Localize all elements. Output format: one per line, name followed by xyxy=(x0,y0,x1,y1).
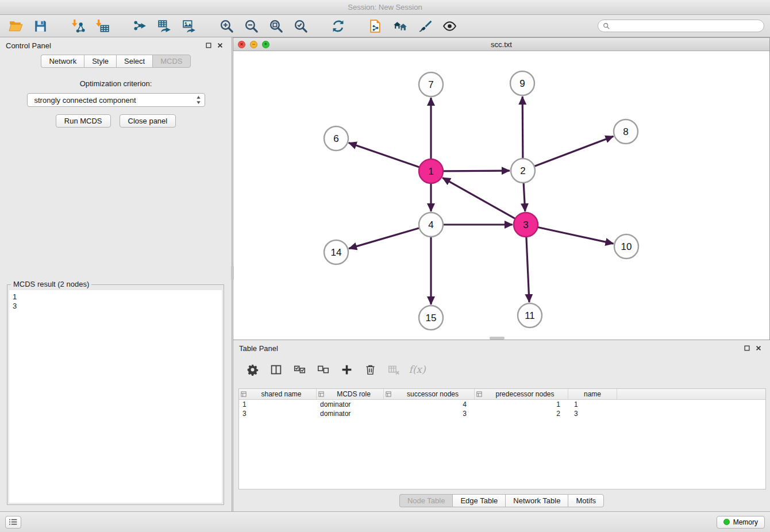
mcds-result-list[interactable]: 1 3 xyxy=(9,290,222,503)
checked-boxes-icon xyxy=(294,364,306,376)
delete-table-button[interactable] xyxy=(386,362,401,377)
column-header-mcds-role[interactable]: MCDS role xyxy=(317,389,384,399)
cell-shared-name[interactable]: 1 xyxy=(239,400,317,408)
export-image-icon xyxy=(182,19,197,33)
tab-style[interactable]: Style xyxy=(84,55,116,68)
graph-node-2[interactable]: 2 xyxy=(511,159,535,183)
float-table-panel-button[interactable] xyxy=(741,343,753,353)
graph-edge-3-1[interactable] xyxy=(442,178,516,219)
graph-node-8[interactable]: 8 xyxy=(614,119,638,144)
column-header-predecessor-nodes[interactable]: predecessor nodes xyxy=(475,389,568,399)
graph-node-1[interactable]: 1 xyxy=(419,159,443,183)
eye-icon xyxy=(442,19,457,33)
tab-network[interactable]: Network xyxy=(41,55,84,68)
graph-node-9[interactable]: 9 xyxy=(510,71,534,95)
cell-mcds-role[interactable]: dominator xyxy=(317,410,384,418)
cell-successor-nodes[interactable]: 4 xyxy=(384,400,475,408)
zoom-in-button[interactable] xyxy=(217,17,236,34)
graph-edge-2-8[interactable] xyxy=(533,136,614,167)
graph-node-15[interactable]: 15 xyxy=(419,306,443,330)
import-network-icon xyxy=(71,19,85,33)
vertical-splitter-handle[interactable] xyxy=(231,265,234,280)
tab-motifs[interactable]: Motifs xyxy=(568,494,604,507)
show-columns-button[interactable] xyxy=(268,362,283,377)
save-session-button[interactable] xyxy=(30,17,50,34)
select-arrows-icon xyxy=(196,95,201,105)
add-row-button[interactable] xyxy=(339,362,354,377)
cell-name[interactable]: 3 xyxy=(568,410,617,418)
select-all-columns-button[interactable] xyxy=(292,362,307,377)
column-type-icon xyxy=(386,391,391,397)
deselect-all-columns-button[interactable] xyxy=(315,362,330,377)
tab-mcds[interactable]: MCDS xyxy=(152,55,190,68)
export-image-button[interactable] xyxy=(179,17,199,34)
cell-mcds-role[interactable]: dominator xyxy=(317,400,384,408)
apply-style-button[interactable] xyxy=(415,17,434,34)
import-network-button[interactable] xyxy=(68,17,87,34)
close-mcds-panel-button[interactable]: Close panel xyxy=(120,114,176,128)
maximize-window-button[interactable]: + xyxy=(262,41,270,48)
zoom-selected-button[interactable] xyxy=(291,17,310,34)
table-settings-button[interactable] xyxy=(245,362,260,377)
tab-node-table[interactable]: Node Table xyxy=(399,494,453,507)
optimization-criterion-select[interactable]: strongly connected component xyxy=(27,93,205,107)
zoom-fit-button[interactable] xyxy=(266,17,286,34)
graph-edge-3-11[interactable] xyxy=(526,236,529,302)
network-window-titlebar: scc.txt × − + xyxy=(233,38,769,51)
horizontal-splitter-handle[interactable] xyxy=(490,337,505,340)
open-session-button[interactable] xyxy=(6,17,25,34)
task-history-button[interactable] xyxy=(5,516,21,529)
close-panel-button[interactable] xyxy=(214,40,226,51)
table-row[interactable]: 3 dominator 3 2 3 xyxy=(239,409,765,418)
minimize-window-button[interactable]: − xyxy=(250,41,257,48)
first-neighbors-button[interactable] xyxy=(390,17,410,34)
cell-predecessor-nodes[interactable]: 1 xyxy=(475,400,568,408)
node-table: shared name MCDS role successor nodes pr… xyxy=(238,388,766,489)
close-table-panel-button[interactable] xyxy=(753,343,764,353)
run-mcds-button[interactable]: Run MCDS xyxy=(56,114,111,128)
graph-node-4[interactable]: 4 xyxy=(419,213,443,237)
close-window-button[interactable]: × xyxy=(238,41,245,48)
cell-successor-nodes[interactable]: 3 xyxy=(384,410,475,418)
fx-label: f(x) xyxy=(409,364,425,375)
refresh-view-button[interactable] xyxy=(328,17,348,34)
graph-edge-1-2[interactable] xyxy=(442,171,510,171)
search-input[interactable] xyxy=(613,22,759,30)
cell-shared-name[interactable]: 3 xyxy=(239,410,317,418)
graph-edge-4-14[interactable] xyxy=(349,228,421,248)
import-table-button[interactable] xyxy=(93,17,112,34)
export-network-button[interactable] xyxy=(130,17,149,34)
network-snapshot-button[interactable] xyxy=(365,17,385,34)
graph-node-6[interactable]: 6 xyxy=(324,126,348,151)
delete-row-button[interactable] xyxy=(363,362,378,377)
zoom-out-button[interactable] xyxy=(241,17,261,34)
column-type-icon xyxy=(476,391,482,397)
graph-edge-2-3[interactable] xyxy=(523,182,525,211)
tab-network-table[interactable]: Network Table xyxy=(505,494,568,507)
search-icon xyxy=(603,22,610,29)
table-row[interactable]: 1 dominator 4 1 1 xyxy=(239,400,765,409)
float-panel-button[interactable] xyxy=(203,40,214,51)
cell-name[interactable]: 1 xyxy=(568,400,617,408)
graph-edge-3-10[interactable] xyxy=(537,227,614,244)
graph-node-10[interactable]: 10 xyxy=(614,234,638,259)
graph-node-11[interactable]: 11 xyxy=(518,303,542,327)
column-header-name[interactable]: name xyxy=(568,389,617,399)
cell-predecessor-nodes[interactable]: 2 xyxy=(475,410,568,418)
tab-edge-table[interactable]: Edge Table xyxy=(452,494,505,507)
memory-button[interactable]: Memory xyxy=(717,516,765,529)
network-search-box[interactable] xyxy=(598,20,764,32)
table-panel-header: Table Panel xyxy=(233,340,770,356)
show-hide-button[interactable] xyxy=(440,17,459,34)
network-canvas[interactable]: 7968124314101511 xyxy=(233,51,769,340)
function-builder-button[interactable]: f(x) xyxy=(410,362,425,377)
graph-node-14[interactable]: 14 xyxy=(324,240,348,264)
export-table-button[interactable] xyxy=(155,17,174,34)
graph-node-3[interactable]: 3 xyxy=(514,213,538,237)
graph-edge-2-9[interactable] xyxy=(522,97,523,160)
graph-edge-1-6[interactable] xyxy=(349,143,421,168)
column-header-shared-name[interactable]: shared name xyxy=(239,389,317,399)
tab-select[interactable]: Select xyxy=(116,55,152,68)
graph-node-7[interactable]: 7 xyxy=(419,72,443,97)
column-header-successor-nodes[interactable]: successor nodes xyxy=(384,389,475,399)
